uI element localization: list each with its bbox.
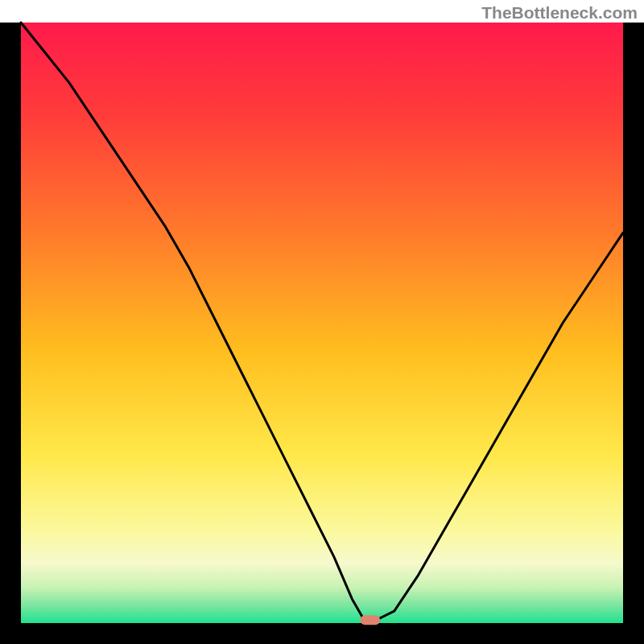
frame-bottom [0,623,644,644]
bottleneck-chart: TheBottleneck.com [0,0,644,644]
frame-left [0,23,21,644]
frame-right [623,23,644,644]
optimal-marker [360,615,380,625]
chart-canvas [0,0,644,644]
watermark-text: TheBottleneck.com [481,3,638,23]
